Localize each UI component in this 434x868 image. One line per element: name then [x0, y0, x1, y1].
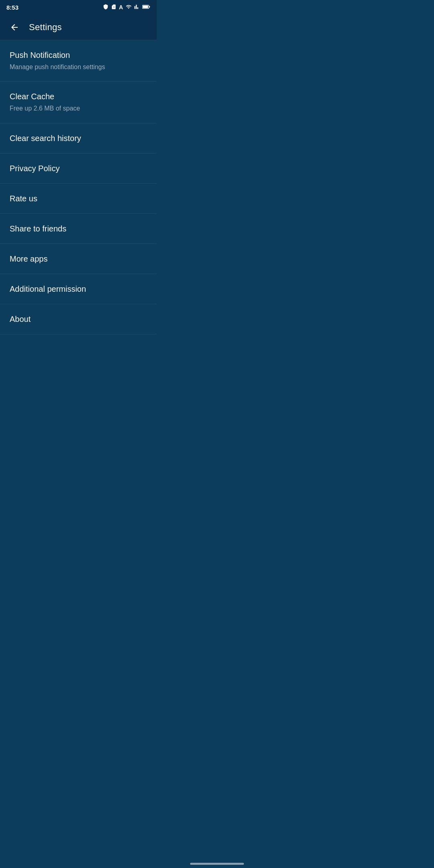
settings-item-title-rate-us: Rate us: [10, 193, 147, 204]
wifi-icon: [125, 4, 132, 11]
page-title: Settings: [29, 22, 62, 33]
sim-card-icon: [111, 4, 117, 11]
settings-item-subtitle-clear-cache: Free up 2.6 MB of space: [10, 104, 147, 113]
settings-item-title-clear-search-history: Clear search history: [10, 133, 147, 143]
settings-item-title-clear-cache: Clear Cache: [10, 91, 147, 102]
app-bar: Settings: [0, 14, 157, 40]
settings-item-title-privacy-policy: Privacy Policy: [10, 163, 147, 174]
svg-rect-2: [149, 6, 150, 7]
settings-item-clear-search-history[interactable]: Clear search history: [0, 123, 157, 154]
settings-item-additional-permission[interactable]: Additional permission: [0, 274, 157, 304]
svg-rect-1: [143, 6, 148, 8]
settings-item-push-notification[interactable]: Push NotificationManage push notificatio…: [0, 40, 157, 82]
settings-item-title-additional-permission: Additional permission: [10, 284, 147, 294]
back-arrow-icon: [10, 23, 19, 32]
battery-icon: [142, 4, 150, 11]
status-time: 8:53: [6, 4, 18, 11]
settings-item-rate-us[interactable]: Rate us: [0, 184, 157, 214]
settings-item-more-apps[interactable]: More apps: [0, 244, 157, 274]
settings-item-privacy-policy[interactable]: Privacy Policy: [0, 154, 157, 184]
settings-item-title-more-apps: More apps: [10, 254, 147, 264]
settings-item-title-about: About: [10, 314, 147, 324]
settings-item-share-to-friends[interactable]: Share to friends: [0, 214, 157, 244]
font-icon: A: [119, 4, 123, 10]
status-bar: 8:53 A: [0, 0, 157, 14]
status-icons: A: [103, 4, 150, 11]
settings-item-about[interactable]: About: [0, 304, 157, 334]
shield-icon: [103, 4, 108, 11]
back-button[interactable]: [6, 19, 23, 35]
settings-item-title-share-to-friends: Share to friends: [10, 223, 147, 234]
settings-item-subtitle-push-notification: Manage push notification settings: [10, 63, 147, 72]
settings-list: Push NotificationManage push notificatio…: [0, 40, 157, 334]
settings-item-clear-cache[interactable]: Clear CacheFree up 2.6 MB of space: [0, 82, 157, 123]
signal-icon: [134, 4, 140, 11]
settings-item-title-push-notification: Push Notification: [10, 50, 147, 60]
